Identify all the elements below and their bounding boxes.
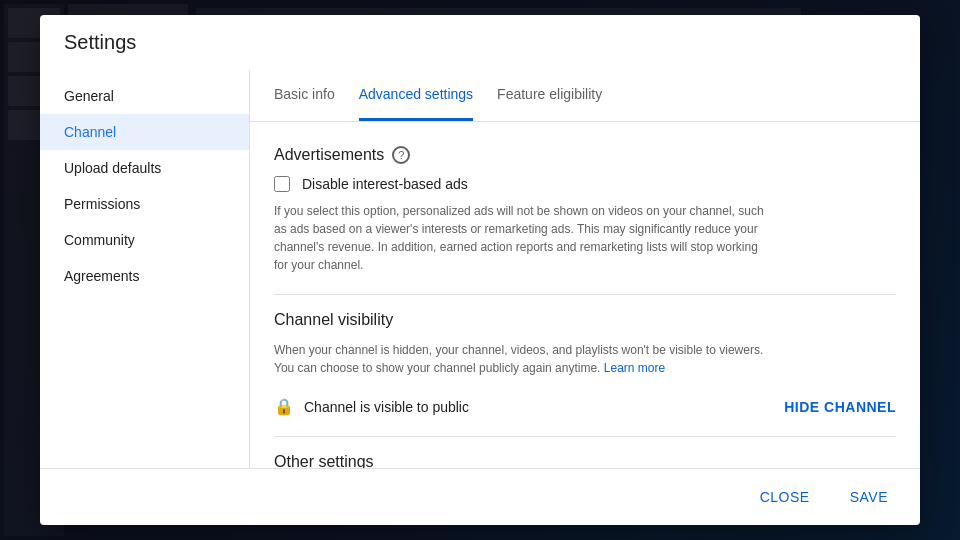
learn-more-link[interactable]: Learn more [604, 361, 665, 375]
section-divider-2 [274, 436, 896, 437]
channel-vis-description: When your channel is hidden, your channe… [274, 341, 764, 377]
save-button[interactable]: SAVE [834, 481, 904, 513]
settings-content: Basic info Advanced settings Feature eli… [250, 70, 920, 468]
channel-visibility-section-title: Channel visibility [274, 311, 896, 329]
nav-item-agreements[interactable]: Agreements [40, 258, 249, 294]
visibility-text: Channel is visible to public [304, 399, 469, 415]
help-icon[interactable]: ? [392, 146, 410, 164]
ads-description: If you select this option, personalized … [274, 202, 764, 274]
advertisements-section-title: Advertisements ? [274, 146, 896, 164]
dialog-header: Settings [40, 15, 920, 70]
settings-dialog: Settings General Channel Upload defaults… [40, 15, 920, 525]
modal-overlay: Settings General Channel Upload defaults… [0, 0, 960, 540]
tab-content: Advertisements ? Disable interest-based … [250, 122, 920, 468]
settings-nav: General Channel Upload defaults Permissi… [40, 70, 250, 468]
tabs-bar: Basic info Advanced settings Feature eli… [250, 70, 920, 122]
dialog-title: Settings [64, 31, 136, 54]
nav-item-channel[interactable]: Channel [40, 114, 249, 150]
dialog-body: General Channel Upload defaults Permissi… [40, 70, 920, 468]
other-settings-title: Other settings [274, 453, 896, 468]
nav-item-permissions[interactable]: Permissions [40, 186, 249, 222]
dialog-footer: CLOSE SAVE [40, 468, 920, 525]
visibility-row: 🔒 Channel is visible to public HIDE CHAN… [274, 393, 896, 420]
tab-feature-eligibility[interactable]: Feature eligibility [497, 70, 602, 121]
nav-item-general[interactable]: General [40, 78, 249, 114]
visibility-left: 🔒 Channel is visible to public [274, 397, 469, 416]
close-button[interactable]: CLOSE [744, 481, 826, 513]
tab-advanced-settings[interactable]: Advanced settings [359, 70, 473, 121]
disable-ads-checkbox[interactable] [274, 176, 290, 192]
section-divider [274, 294, 896, 295]
nav-item-upload-defaults[interactable]: Upload defaults [40, 150, 249, 186]
hide-channel-button[interactable]: HIDE CHANNEL [784, 399, 896, 415]
tab-basic-info[interactable]: Basic info [274, 70, 335, 121]
lock-icon: 🔒 [274, 397, 294, 416]
nav-item-community[interactable]: Community [40, 222, 249, 258]
disable-ads-label: Disable interest-based ads [302, 176, 468, 192]
disable-ads-row: Disable interest-based ads [274, 176, 896, 192]
